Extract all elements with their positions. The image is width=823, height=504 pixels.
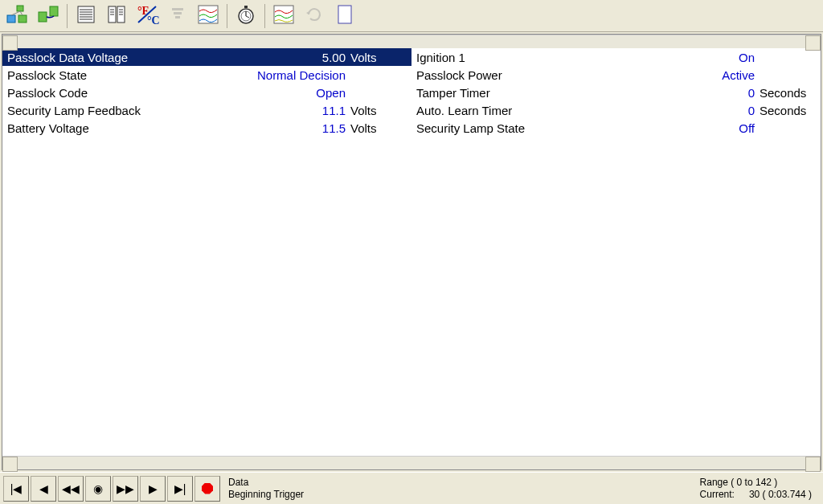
svg-text:°C: °C [147,14,159,26]
svg-rect-30 [244,6,248,8]
param-name: Security Lamp State [416,121,655,135]
step-forward-button[interactable]: ▶ [140,476,166,502]
data-row[interactable]: Battery Voltage11.5Volts [2,119,412,137]
scrollbar-bottom[interactable] [2,456,821,469]
fast-forward-button[interactable]: ▶▶ [113,476,138,502]
stopwatch-button[interactable] [231,2,260,30]
record-button[interactable] [194,476,220,502]
param-name: Security Lamp Feedback [7,104,246,117]
param-value: 11.1 [246,104,350,117]
device-link-button[interactable] [34,2,63,30]
param-unit: Volts [350,51,407,64]
playback-toolbar: |◀ ◀ ◀◀ ◉ ▶▶ ▶ ▶| Data Beginning Trigger… [0,472,823,504]
scrollbar-top[interactable] [2,35,821,48]
svg-rect-24 [172,8,183,10]
param-name: Battery Voltage [7,121,246,135]
fahrenheit-celsius-icon: °F°C [135,3,159,28]
top-toolbar: °F°C [0,0,823,32]
param-value: 0 [655,104,760,117]
first-button[interactable]: |◀ [3,476,29,502]
param-value: Off [655,121,760,135]
filter-icon [167,5,188,27]
data-row[interactable]: Passlock StateNormal Decision [2,66,412,84]
svg-rect-26 [175,16,180,18]
step-back-button[interactable]: ◀ [31,476,56,502]
toolbar-divider [264,4,265,28]
param-unit: Seconds [760,104,816,117]
svg-rect-33 [274,6,293,23]
range-label: Range ( 0 to 142 ) [700,477,812,489]
list-view-icon [76,4,96,27]
list-view-button[interactable] [72,2,100,30]
svg-line-4 [20,11,23,15]
filter-button-disabled [163,2,192,30]
svg-rect-5 [39,12,47,22]
graph-view-button[interactable] [269,2,298,30]
data-panel: Passlock Data Voltage5.00VoltsPasslock S… [2,34,821,470]
last-button[interactable]: ▶| [167,476,193,502]
param-value: Active [655,68,760,82]
data-column-right: Ignition 1OnPasslock PowerActiveTamper T… [412,48,821,456]
param-name: Ignition 1 [416,51,655,64]
blank-page-icon [336,4,354,27]
two-column-view-button[interactable] [102,2,131,30]
data-row[interactable]: Security Lamp StateOff [412,119,821,137]
param-unit: Volts [350,121,407,135]
param-unit: Seconds [760,86,816,100]
param-name: Auto. Learn Timer [416,104,655,117]
svg-rect-25 [174,12,182,14]
data-row[interactable]: Passlock Data Voltage5.00Volts [2,48,412,66]
param-name: Tamper Timer [416,86,655,100]
param-unit: Volts [350,104,407,117]
status-line2: Beginning Trigger [228,489,304,501]
param-value: Normal Decision [246,68,350,82]
graph-multi-icon [197,4,219,27]
network-devices-icon [6,4,30,27]
svg-line-3 [11,11,20,15]
param-name: Passlock Power [416,68,655,82]
param-value: 11.5 [246,121,350,135]
param-name: Passlock Data Voltage [7,51,246,64]
blank-page-button[interactable] [330,2,359,30]
param-value: 5.00 [246,51,350,64]
toolbar-divider [227,4,227,28]
network-devices-button[interactable] [3,2,32,30]
svg-rect-2 [18,15,27,23]
data-row[interactable]: Passlock PowerActive [412,66,821,84]
device-link-icon [36,4,60,27]
range-info: Range ( 0 to 142 ) Current: 30 ( 0:03.74… [700,477,820,501]
data-row[interactable]: Security Lamp Feedback11.1Volts [2,101,412,119]
refresh-button-disabled [300,2,329,30]
data-row[interactable]: Auto. Learn Timer0Seconds [412,101,821,119]
toolbar-divider [67,4,68,28]
status-text: Data Beginning Trigger [228,477,304,501]
data-row[interactable]: Ignition 1On [412,48,821,66]
data-row[interactable]: Tamper Timer0Seconds [412,84,821,101]
data-row[interactable]: Passlock CodeOpen [2,84,412,101]
refresh-icon [305,6,324,26]
svg-rect-1 [17,6,23,11]
record-icon [202,483,213,494]
units-toggle-button[interactable]: °F°C [133,2,162,30]
center-mark-button[interactable]: ◉ [85,476,111,502]
param-value: Open [246,86,350,100]
svg-rect-0 [7,15,15,23]
current-label: Current: [700,489,735,501]
param-value: On [655,51,760,64]
status-line1: Data [228,477,304,489]
svg-rect-34 [338,6,351,23]
data-column-left: Passlock Data Voltage5.00VoltsPasslock S… [2,48,412,456]
rewind-button[interactable]: ◀◀ [58,476,84,502]
param-name: Passlock State [7,68,246,82]
param-name: Passlock Code [7,86,246,100]
graph-multi-button[interactable] [194,2,223,30]
svg-rect-6 [50,6,58,16]
current-value: 30 ( 0:03.744 ) [749,489,812,501]
graph-view-icon [272,4,295,27]
param-value: 0 [655,86,760,100]
two-column-view-icon [106,4,127,27]
stopwatch-icon [235,4,256,27]
data-area: Passlock Data Voltage5.00VoltsPasslock S… [2,48,821,456]
